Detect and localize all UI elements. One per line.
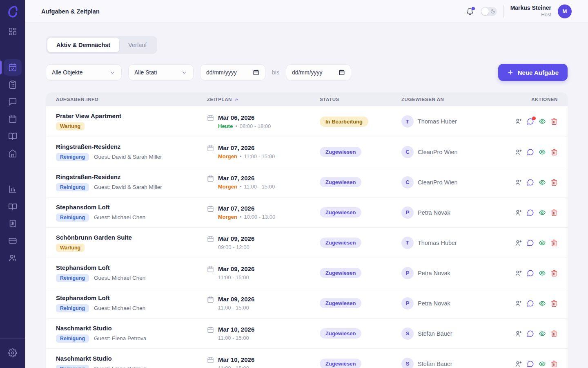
reassign-button[interactable] <box>515 360 522 368</box>
time-range: 11:00 - 15:00 <box>244 184 275 190</box>
chat-button[interactable] <box>527 209 534 216</box>
delete-button[interactable] <box>550 179 558 186</box>
chevron-down-icon <box>109 70 116 76</box>
guest-label: Guest: David & Sarah Miller <box>94 184 162 190</box>
dark-mode-toggle[interactable] <box>481 7 497 16</box>
sidebar-item-calendar[interactable] <box>4 111 22 127</box>
table-header: Aufgaben-Info Zeitplan Status Zugewiesen… <box>46 92 568 106</box>
reassign-button[interactable] <box>515 239 522 247</box>
user-name: Markus Steiner <box>510 4 551 12</box>
object-filter-select[interactable]: Alle Objekte <box>46 64 122 81</box>
assignee-name: CleanPro Wien <box>418 179 458 186</box>
credit-card-icon <box>8 236 17 245</box>
table-row: Ringstraßen-Residenz Reinigung Guest: Da… <box>46 167 568 197</box>
trash-icon <box>550 148 558 156</box>
task-date: Mar 09, 2026 <box>218 265 254 272</box>
view-button[interactable] <box>539 148 546 156</box>
task-date: Mar 09, 2026 <box>218 296 254 303</box>
chat-button[interactable] <box>527 179 534 186</box>
reassign-button[interactable] <box>515 118 522 125</box>
sidebar <box>0 0 25 368</box>
sidebar-item-bookings[interactable] <box>4 128 22 144</box>
dashboard-icon <box>8 27 17 36</box>
delete-button[interactable] <box>550 269 558 277</box>
view-button[interactable] <box>539 239 546 247</box>
sidebar-item-team[interactable] <box>4 250 22 266</box>
date-from-input[interactable]: dd/mm/yyyy <box>200 64 265 81</box>
view-button[interactable] <box>539 209 546 216</box>
reassign-button[interactable] <box>515 269 522 277</box>
sidebar-item-properties[interactable] <box>4 145 22 162</box>
reassign-button[interactable] <box>515 148 522 156</box>
chat-button[interactable] <box>527 148 534 156</box>
tab-history[interactable]: Verlauf <box>119 38 156 52</box>
sidebar-item-dashboard[interactable] <box>4 23 22 40</box>
column-header-schedule[interactable]: Zeitplan <box>207 97 320 102</box>
view-button[interactable] <box>539 330 546 337</box>
task-type-badge: Wartung <box>56 244 85 252</box>
property-name: Stephansdom Loft <box>56 294 207 301</box>
delete-button[interactable] <box>550 239 558 247</box>
delete-button[interactable] <box>550 360 558 368</box>
status-filter-select[interactable]: Alle Stati <box>128 64 194 81</box>
chat-button[interactable] <box>527 239 534 247</box>
sidebar-item-checklists[interactable] <box>4 76 22 93</box>
delete-button[interactable] <box>550 209 558 216</box>
sidebar-item-messages[interactable] <box>4 94 22 110</box>
view-button[interactable] <box>539 300 546 307</box>
property-name: Ringstraßen-Residenz <box>56 173 207 180</box>
chevron-down-icon <box>181 70 187 76</box>
day-label: Morgen <box>218 184 237 190</box>
status-badge: Zugewiesen <box>320 238 361 248</box>
calendar-picker-icon[interactable] <box>253 69 259 76</box>
home-icon <box>8 149 17 158</box>
chat-button[interactable] <box>527 300 534 307</box>
day-label: Morgen <box>218 214 237 220</box>
chat-button[interactable] <box>527 269 534 277</box>
date-to-input[interactable]: dd/mm/yyyy <box>286 64 351 81</box>
sidebar-item-analytics[interactable] <box>4 181 22 197</box>
reassign-button[interactable] <box>515 209 522 216</box>
time-range: 11:00 - 15:00 <box>218 335 249 341</box>
chat-button[interactable] <box>527 118 534 125</box>
chat-button[interactable] <box>527 330 534 337</box>
view-button[interactable] <box>539 179 546 186</box>
reassign-button[interactable] <box>515 300 522 307</box>
notifications-button[interactable] <box>466 7 474 16</box>
task-type-badge: Reinigung <box>56 274 89 282</box>
status-badge: Zugewiesen <box>320 147 361 157</box>
user-plus-icon <box>515 239 522 247</box>
view-button[interactable] <box>539 360 546 368</box>
column-header-assignee: Zugewiesen an <box>401 97 512 102</box>
delete-button[interactable] <box>550 300 558 307</box>
calendar-icon <box>207 266 214 273</box>
time-range: 09:00 - 12:00 <box>218 244 249 250</box>
task-date: Mar 06, 2026 <box>218 114 271 121</box>
calendar-picker-icon[interactable] <box>339 69 345 76</box>
sidebar-item-guidebooks[interactable] <box>4 198 22 215</box>
plus-icon <box>507 69 514 76</box>
sidebar-item-payments[interactable] <box>4 233 22 249</box>
message-circle-icon <box>527 360 534 368</box>
reassign-button[interactable] <box>515 330 522 337</box>
chat-button[interactable] <box>527 360 534 368</box>
assignee-avatar: C <box>401 176 414 188</box>
delete-button[interactable] <box>550 118 558 125</box>
new-task-button[interactable]: Neue Aufgabe <box>498 64 568 81</box>
delete-button[interactable] <box>550 330 558 337</box>
user-avatar[interactable]: M <box>558 4 572 18</box>
time-range: 11:00 - 15:00 <box>218 274 249 280</box>
delete-button[interactable] <box>550 148 558 156</box>
sidebar-item-tasks[interactable] <box>4 59 22 76</box>
view-button[interactable] <box>539 269 546 277</box>
reassign-button[interactable] <box>515 179 522 186</box>
day-label: Morgen <box>218 153 237 159</box>
tab-active-upcoming[interactable]: Aktiv & Demnächst <box>47 38 119 52</box>
book-open-icon <box>8 132 17 141</box>
eye-icon <box>539 118 546 125</box>
view-button[interactable] <box>539 118 546 125</box>
user-plus-icon <box>515 269 522 277</box>
status-filter-value: Alle Stati <box>134 69 157 76</box>
sidebar-item-invoices[interactable] <box>4 215 22 232</box>
sidebar-item-settings[interactable] <box>4 345 22 361</box>
